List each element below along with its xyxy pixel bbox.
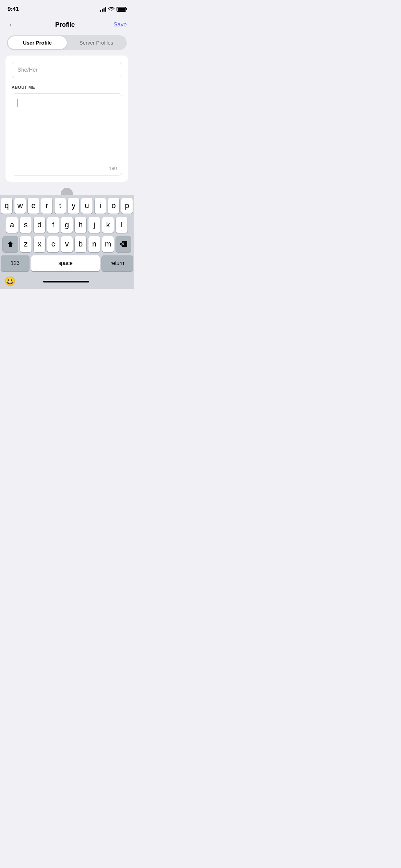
tab-user-profile[interactable]: User Profile: [8, 36, 67, 49]
key-c[interactable]: c: [47, 236, 59, 252]
keyboard-row-2: a s d f g h j k l: [1, 217, 133, 233]
key-s[interactable]: s: [20, 217, 32, 233]
status-time: 9:41: [8, 6, 19, 13]
key-t[interactable]: t: [54, 198, 66, 214]
key-q[interactable]: q: [1, 198, 12, 214]
key-w[interactable]: w: [14, 198, 26, 214]
key-shift[interactable]: [3, 236, 18, 252]
key-delete[interactable]: [116, 236, 131, 252]
key-v[interactable]: v: [61, 236, 73, 252]
pronoun-placeholder: She/Her: [17, 67, 38, 73]
pronoun-input[interactable]: She/Her: [12, 62, 122, 78]
key-numbers[interactable]: 123: [1, 255, 29, 271]
key-h[interactable]: h: [75, 217, 86, 233]
home-indicator: [43, 281, 89, 282]
keyboard: q w e r t y u i o p a s d f g h j k l z …: [0, 195, 134, 289]
key-m[interactable]: m: [102, 236, 114, 252]
content-card: She/Her ABOUT ME 190: [5, 56, 128, 182]
back-button[interactable]: ←: [7, 19, 16, 30]
key-e[interactable]: e: [28, 198, 39, 214]
segment-control: User Profile Server Profiles: [7, 35, 127, 50]
key-k[interactable]: k: [102, 217, 114, 233]
signal-bars-icon: [100, 7, 106, 12]
key-g[interactable]: g: [61, 217, 73, 233]
page-title: Profile: [55, 21, 75, 28]
key-o[interactable]: o: [108, 198, 119, 214]
battery-icon: [117, 7, 126, 12]
keyboard-bottom: 😀: [1, 275, 133, 289]
key-r[interactable]: r: [41, 198, 52, 214]
status-icons: [100, 7, 126, 12]
about-me-label: ABOUT ME: [12, 85, 122, 90]
key-f[interactable]: f: [47, 217, 59, 233]
key-j[interactable]: j: [88, 217, 100, 233]
char-count: 190: [109, 166, 117, 171]
key-d[interactable]: d: [34, 217, 45, 233]
tab-server-profiles[interactable]: Server Profiles: [67, 36, 126, 49]
key-i[interactable]: i: [95, 198, 106, 214]
emoji-button[interactable]: 😀: [4, 276, 15, 287]
key-x[interactable]: x: [34, 236, 45, 252]
key-z[interactable]: z: [20, 236, 32, 252]
text-cursor: [17, 99, 18, 107]
keyboard-row-1: q w e r t y u i o p: [1, 198, 133, 214]
key-l[interactable]: l: [116, 217, 127, 233]
nav-header: ← Profile Save: [0, 16, 134, 34]
key-return[interactable]: return: [102, 255, 133, 271]
key-u[interactable]: u: [81, 198, 93, 214]
key-n[interactable]: n: [88, 236, 100, 252]
key-a[interactable]: a: [6, 217, 18, 233]
key-p[interactable]: p: [121, 198, 133, 214]
about-me-textarea[interactable]: 190: [12, 93, 122, 176]
key-b[interactable]: b: [75, 236, 86, 252]
save-button[interactable]: Save: [113, 21, 127, 28]
keyboard-row-3: z x c v b n m: [1, 236, 133, 252]
key-y[interactable]: y: [68, 198, 79, 214]
key-space[interactable]: space: [31, 255, 100, 271]
status-bar: 9:41: [0, 0, 134, 16]
wifi-icon: [108, 7, 114, 12]
keyboard-row-4: 123 space return: [1, 255, 133, 271]
